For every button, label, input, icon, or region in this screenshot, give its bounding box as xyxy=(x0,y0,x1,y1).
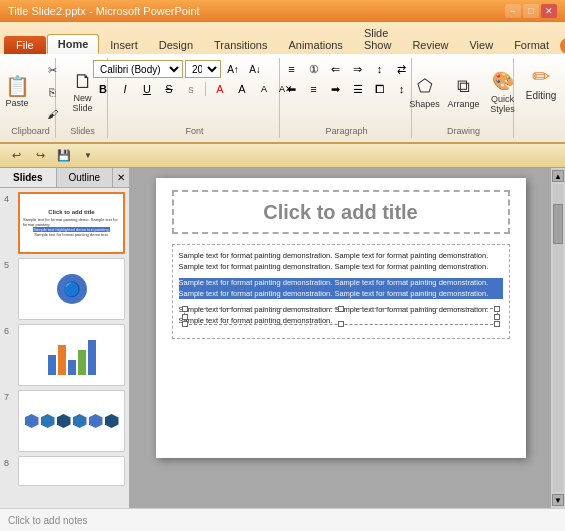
tab-design[interactable]: Design xyxy=(149,36,203,54)
ribbon-tab-bar: File Home Insert Design Transitions Anim… xyxy=(0,22,565,54)
tab-transitions[interactable]: Transitions xyxy=(204,36,277,54)
text-para-1: Sample text for format painting demonstr… xyxy=(179,251,503,272)
slide-num-6: 6 xyxy=(4,326,14,336)
scroll-up-button[interactable]: ▲ xyxy=(552,170,564,182)
hex6 xyxy=(105,414,119,428)
drawing-group: ⬠ Shapes ⧉ Arrange 🎨 Quick Styles Drawin… xyxy=(414,58,514,138)
text-para-3: Sample text for format painting demonstr… xyxy=(179,305,503,326)
editing-group: ✏ Editing xyxy=(516,58,565,138)
slide-4-content: Click to add title Sample text for forma… xyxy=(20,194,123,252)
hex2 xyxy=(41,414,55,428)
slide-thumb-5[interactable]: 5 🔵 xyxy=(4,258,125,320)
app-title: Title Slide2.pptx - Microsoft PowerPoint xyxy=(8,5,200,17)
drawing-buttons: ⬠ Shapes ⧉ Arrange 🎨 Quick Styles xyxy=(407,60,521,124)
slide-num-5: 5 xyxy=(4,260,14,270)
save-button-qat[interactable]: 💾 xyxy=(54,147,74,165)
slide-preview-5[interactable]: 🔵 xyxy=(18,258,125,320)
justify-button[interactable]: ☰ xyxy=(348,80,368,98)
redo-button[interactable]: ↪ xyxy=(30,147,50,165)
hex5 xyxy=(89,414,103,428)
font-size-small-button[interactable]: A xyxy=(254,80,274,98)
slide-num-7: 7 xyxy=(4,392,14,402)
slide-8-content xyxy=(19,457,124,485)
columns-button[interactable]: ⧠ xyxy=(370,80,390,98)
slide-preview-8[interactable] xyxy=(18,456,125,486)
undo-button[interactable]: ↩ xyxy=(6,147,26,165)
editing-badge: ✏ Editing xyxy=(518,60,565,105)
tab-view[interactable]: View xyxy=(459,36,503,54)
tab-slides-panel[interactable]: Slides xyxy=(0,168,57,187)
align-center-button[interactable]: ≡ xyxy=(304,80,324,98)
close-button[interactable]: ✕ xyxy=(541,4,557,18)
shapes-button[interactable]: ⬠ Shapes xyxy=(407,67,443,117)
tab-insert[interactable]: Insert xyxy=(100,36,148,54)
ribbon-content: 📋 Paste ✂ ⎘ 🖌 Clipboard 🗋 New Slide Slid… xyxy=(0,54,565,143)
para-row-1: ≡ ① ⇐ ⇒ ↕ ⇄ xyxy=(282,60,412,78)
vertical-scrollbar[interactable]: ▲ ▼ xyxy=(551,168,565,508)
font-size-a-button[interactable]: A xyxy=(232,80,252,98)
ribbon: File Home Insert Design Transitions Anim… xyxy=(0,22,565,144)
paste-button[interactable]: 📋 Paste xyxy=(0,67,37,117)
strikethrough-button[interactable]: S xyxy=(159,80,179,98)
main-area: Slides Outline ✕ 4 Click to add title Sa… xyxy=(0,168,565,508)
slides-label: Slides xyxy=(70,124,95,136)
arrange-icon: ⧉ xyxy=(457,76,470,97)
font-color-button[interactable]: A xyxy=(210,80,230,98)
underline-button[interactable]: U xyxy=(137,80,157,98)
hex3 xyxy=(57,414,71,428)
arrange-button[interactable]: ⧉ Arrange xyxy=(446,67,482,117)
minimize-button[interactable]: − xyxy=(505,4,521,18)
clipboard-buttons: 📋 Paste ✂ ⎘ 🖌 xyxy=(0,60,64,124)
slide-preview-4[interactable]: Click to add title Sample text for forma… xyxy=(18,192,125,254)
slide-6-content xyxy=(19,325,124,385)
align-left-button[interactable]: ⬅ xyxy=(282,80,302,98)
qat-dropdown[interactable]: ▼ xyxy=(78,147,98,165)
text-para-2-highlighted: Sample text for format painting demonstr… xyxy=(179,278,503,299)
slide-panel: Slides Outline ✕ 4 Click to add title Sa… xyxy=(0,168,130,508)
slide-thumb-4[interactable]: 4 Click to add title Sample text for for… xyxy=(4,192,125,254)
slide-thumb-8[interactable]: 8 xyxy=(4,456,125,486)
slide-thumb-7[interactable]: 7 xyxy=(4,390,125,452)
tab-file[interactable]: File xyxy=(4,36,46,54)
shadow-button[interactable]: s xyxy=(181,80,201,98)
quick-access-toolbar: ↩ ↪ 💾 ▼ xyxy=(0,144,565,168)
tab-slideshow[interactable]: Slide Show xyxy=(354,24,402,54)
italic-button[interactable]: I xyxy=(115,80,135,98)
scroll-down-button[interactable]: ▼ xyxy=(552,494,564,506)
help-button[interactable]: ? xyxy=(560,38,565,54)
align-right-button[interactable]: ➡ xyxy=(326,80,346,98)
tab-home[interactable]: Home xyxy=(47,34,100,54)
scroll-track[interactable] xyxy=(553,184,563,492)
notes-bar[interactable]: Click to add notes xyxy=(0,508,565,531)
slide-canvas[interactable]: Click to add title Sample text for forma… xyxy=(156,178,526,458)
slide-thumb-6[interactable]: 6 xyxy=(4,324,125,386)
font-size-select[interactable]: 20 xyxy=(185,60,221,78)
tab-animations[interactable]: Animations xyxy=(278,36,352,54)
scroll-thumb[interactable] xyxy=(553,204,563,244)
tab-format[interactable]: Format xyxy=(504,36,559,54)
maximize-button[interactable]: □ xyxy=(523,4,539,18)
font-name-select[interactable]: Calibri (Body) xyxy=(93,60,183,78)
tab-review[interactable]: Review xyxy=(402,36,458,54)
para-controls: ≡ ① ⇐ ⇒ ↕ ⇄ ⬅ ≡ ➡ ☰ ⧠ ↕ xyxy=(282,60,412,124)
increase-font-button[interactable]: A↑ xyxy=(223,60,243,78)
bar2 xyxy=(58,345,66,375)
font-label: Font xyxy=(185,124,203,136)
tab-outline-panel[interactable]: Outline xyxy=(57,168,114,187)
numbering-button[interactable]: ① xyxy=(304,60,324,78)
panel-close-button[interactable]: ✕ xyxy=(113,168,129,187)
editing-icon: ✏ xyxy=(532,64,550,90)
slide-title-box[interactable]: Click to add title xyxy=(172,190,510,234)
slide-num-8: 8 xyxy=(4,458,14,468)
slide-preview-7[interactable] xyxy=(18,390,125,452)
decrease-font-button[interactable]: A↓ xyxy=(245,60,265,78)
text-direction-button[interactable]: ↕ xyxy=(370,60,390,78)
increase-indent-button[interactable]: ⇒ xyxy=(348,60,368,78)
slide-content-box[interactable]: Sample text for format painting demonstr… xyxy=(172,244,510,339)
bullets-button[interactable]: ≡ xyxy=(282,60,302,78)
bold-button[interactable]: B xyxy=(93,80,113,98)
title-bar: Title Slide2.pptx - Microsoft PowerPoint… xyxy=(0,0,565,22)
decrease-indent-button[interactable]: ⇐ xyxy=(326,60,346,78)
quick-styles-icon: 🎨 xyxy=(492,70,514,92)
slide-preview-6[interactable] xyxy=(18,324,125,386)
